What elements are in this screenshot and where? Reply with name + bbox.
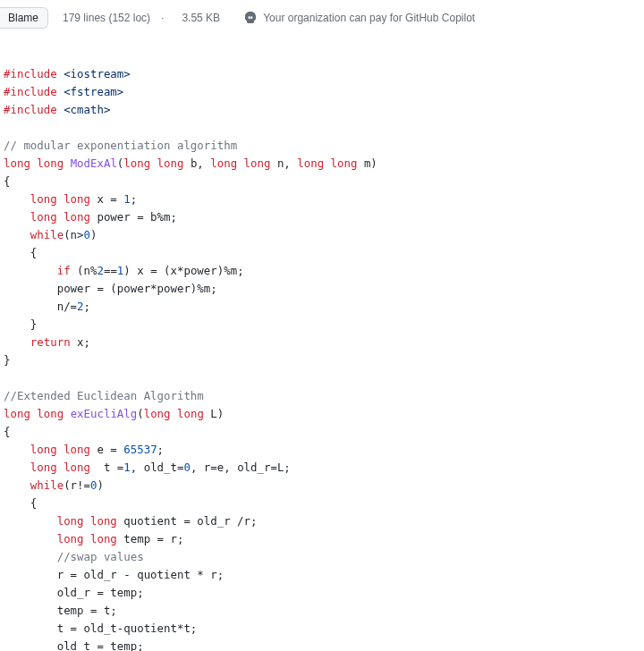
code-line: power = (power*power)%m; [4, 282, 217, 295]
code-line: t = old_t-quotient*t; [4, 621, 197, 635]
code-token: { [30, 246, 37, 259]
code-token: long long [297, 156, 357, 170]
copilot-icon [243, 11, 258, 25]
code-token: temp = r; [117, 532, 184, 545]
code-token: #include [4, 103, 57, 116]
code-token: ) x = (x*power)%m; [123, 264, 243, 277]
code-comment: //Extended Euclidean Algorithm [4, 389, 204, 402]
code-token: return [30, 335, 71, 349]
code-line: old_r = temp; [4, 586, 144, 599]
code-token: long long [30, 461, 90, 474]
code-token: x; [71, 335, 90, 349]
code-token: 1 [123, 192, 130, 206]
copilot-upsell[interactable]: Your organization can pay for GitHub Cop… [243, 11, 475, 25]
code-token: long long [57, 514, 117, 528]
code-token: (n% [71, 264, 97, 277]
code-token: long [4, 156, 30, 170]
code-token: quotient = old_r /r; [117, 514, 258, 528]
code-token: x = [90, 192, 123, 206]
code-fn: ModExAl [71, 156, 117, 170]
code-line: r = old_r - quotient * r; [4, 568, 224, 581]
code-comment: // modular exponentiation algorithm [4, 139, 237, 152]
code-token: { [30, 496, 37, 510]
code-token: long [37, 156, 64, 170]
code-token: #include [4, 67, 57, 80]
code-line: old_t = temp; [4, 639, 144, 651]
blame-button[interactable]: Blame [0, 7, 48, 29]
code-token: , old_t= [131, 461, 184, 474]
code-token: ; [84, 300, 90, 313]
code-token: 1 [123, 461, 130, 474]
code-token: 0 [84, 228, 90, 241]
code-token: ) [90, 228, 97, 241]
code-line: temp = t; [4, 604, 117, 617]
copilot-text: Your organization can pay for GitHub Cop… [263, 12, 475, 24]
code-token: long long [57, 532, 117, 545]
code-token: == [104, 264, 117, 277]
code-token: <fstream> [64, 85, 123, 98]
code-token: } [4, 353, 10, 367]
code-token: 65537 [123, 443, 157, 456]
code-token: e = [90, 443, 123, 456]
code-token: t = [90, 461, 123, 474]
code-token: long long [210, 156, 270, 170]
code-token: ) [97, 478, 103, 492]
code-token: long [4, 407, 30, 420]
code-view: #include <iostream> #include <fstream> #… [0, 38, 644, 651]
code-token: <cmath> [64, 103, 110, 116]
file-size-meta: 3.55 KB [182, 12, 220, 24]
code-token: while [30, 478, 64, 492]
code-token: 2 [77, 300, 83, 313]
file-lines-meta: 179 lines (152 loc) [63, 12, 150, 24]
code-token: { [4, 174, 10, 188]
code-token: #include [4, 85, 57, 98]
code-token: while [30, 228, 64, 241]
code-token: long [37, 407, 64, 420]
meta-separator: · [161, 12, 164, 24]
file-toolbar: Blame 179 lines (152 loc) · 3.55 KB Your… [0, 0, 644, 38]
code-comment: //swap values [57, 550, 144, 563]
code-token: { [4, 425, 10, 438]
code-token: m) [357, 156, 377, 170]
code-token: b, [183, 156, 210, 170]
code-token: 0 [183, 461, 190, 474]
code-token: long long [30, 210, 90, 224]
code-token: , r=e, old_r=L; [191, 461, 291, 474]
code-token: } [30, 317, 37, 331]
code-token: n/= [4, 300, 77, 313]
code-token: (r!= [64, 478, 90, 492]
code-token: (n> [64, 228, 83, 241]
code-token: ( [137, 407, 143, 420]
code-token: 2 [97, 264, 103, 277]
code-token: power = b%m; [90, 210, 177, 224]
code-token: ; [131, 192, 137, 206]
code-token: if [57, 264, 71, 277]
code-token: long long [30, 443, 90, 456]
code-token: ; [157, 443, 164, 456]
code-fn: exEucliAlg [71, 407, 138, 420]
code-token: long long [123, 156, 183, 170]
code-token: n, [270, 156, 297, 170]
code-token: L) [204, 407, 224, 420]
code-token: long long [144, 407, 204, 420]
code-token: <iostream> [64, 67, 131, 80]
code-token: long long [30, 192, 90, 206]
